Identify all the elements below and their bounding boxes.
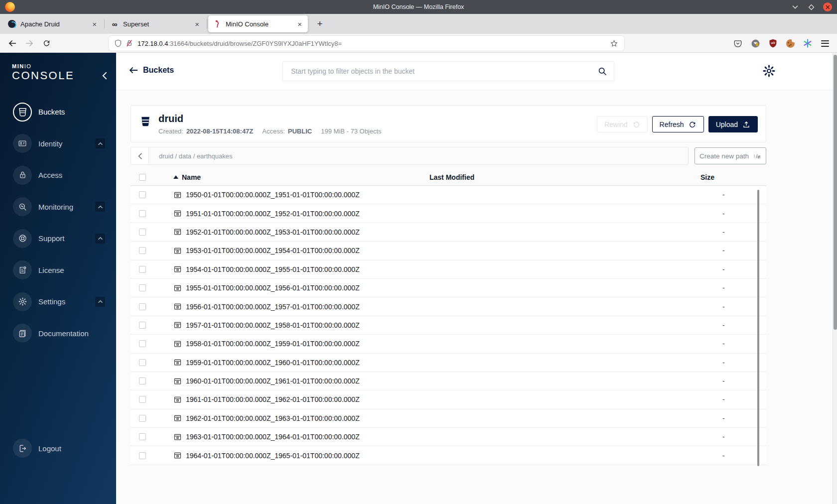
- bookmark-star-icon[interactable]: [607, 39, 620, 48]
- page-scrollbar-thumb[interactable]: [834, 55, 837, 330]
- table-row[interactable]: 1957-01-01T00:00:00.000Z_1958-01-01T00:0…: [131, 316, 766, 335]
- row-checkbox[interactable]: [139, 433, 146, 440]
- row-checkbox[interactable]: [139, 340, 146, 347]
- table-row[interactable]: 1954-01-01T00:00:00.000Z_1955-01-01T00:0…: [131, 260, 766, 279]
- row-checkbox[interactable]: [139, 247, 146, 254]
- table-row[interactable]: 1951-01-01T00:00:00.000Z_1952-01-01T00:0…: [131, 204, 766, 223]
- object-name[interactable]: 1959-01-01T00:00:00.000Z_1960-01-01T00:0…: [186, 359, 360, 367]
- table-scrollbar[interactable]: [757, 190, 759, 466]
- ublock-icon[interactable]: uO: [768, 38, 778, 48]
- chevron-up-icon[interactable]: [95, 138, 105, 148]
- table-row[interactable]: 1960-01-01T00:00:00.000Z_1961-01-01T00:0…: [131, 372, 766, 390]
- row-checkbox[interactable]: [139, 303, 146, 310]
- object-name[interactable]: 1956-01-01T00:00:00.000Z_1957-01-01T00:0…: [186, 303, 360, 311]
- table-row[interactable]: 1950-01-01T00:00:00.000Z_1951-01-01T00:0…: [131, 186, 766, 204]
- row-checkbox[interactable]: [139, 229, 146, 236]
- chevron-up-icon[interactable]: [95, 202, 105, 212]
- sidebar-collapse-icon[interactable]: [102, 72, 107, 80]
- object-name[interactable]: 1964-01-01T00:00:00.000Z_1965-01-01T00:0…: [186, 452, 360, 460]
- column-header-name[interactable]: Name: [182, 173, 201, 181]
- upload-button[interactable]: Upload: [708, 116, 758, 132]
- object-name[interactable]: 1957-01-01T00:00:00.000Z_1958-01-01T00:0…: [186, 321, 360, 329]
- tab-close-icon[interactable]: ×: [90, 20, 99, 28]
- sidebar-item-settings[interactable]: Settings: [0, 286, 116, 318]
- object-name[interactable]: 1950-01-01T00:00:00.000Z_1951-01-01T00:0…: [186, 191, 360, 199]
- sort-ascending-icon[interactable]: [173, 175, 178, 179]
- filter-objects-input[interactable]: [282, 61, 614, 81]
- settings-gear-icon[interactable]: [762, 64, 776, 78]
- object-name[interactable]: 1961-01-01T00:00:00.000Z_1962-01-01T00:0…: [186, 395, 360, 403]
- column-header-size[interactable]: Size: [700, 173, 766, 181]
- cookie-icon[interactable]: [785, 38, 795, 48]
- new-tab-button[interactable]: +: [313, 17, 327, 31]
- chevron-up-icon[interactable]: [95, 234, 105, 244]
- sidebar-item-license[interactable]: License: [0, 254, 116, 286]
- table-row[interactable]: 1955-01-01T00:00:00.000Z_1956-01-01T00:0…: [131, 279, 766, 297]
- row-checkbox[interactable]: [139, 396, 146, 403]
- object-name[interactable]: 1954-01-01T00:00:00.000Z_1955-01-01T00:0…: [186, 265, 360, 273]
- forward-icon[interactable]: [22, 36, 37, 50]
- row-checkbox[interactable]: [139, 359, 146, 366]
- extension-asterisk-icon[interactable]: [803, 38, 813, 48]
- tab-apache-druid[interactable]: Apache Druid ×: [3, 15, 103, 32]
- tab-minio-console[interactable]: MinIO Console ×: [208, 15, 308, 32]
- object-name[interactable]: 1963-01-01T00:00:00.000Z_1964-01-01T00:0…: [186, 433, 360, 441]
- refresh-button[interactable]: Refresh: [652, 116, 704, 132]
- url-bar[interactable]: 172.18.0.4:31664/buckets/druid/browse/ZG…: [109, 36, 624, 51]
- object-name[interactable]: 1960-01-01T00:00:00.000Z_1961-01-01T00:0…: [186, 377, 360, 385]
- object-name[interactable]: 1955-01-01T00:00:00.000Z_1956-01-01T00:0…: [186, 284, 360, 292]
- table-row[interactable]: 1958-01-01T00:00:00.000Z_1959-01-01T00:0…: [131, 335, 766, 353]
- row-checkbox[interactable]: [139, 415, 146, 422]
- sidebar-item-access[interactable]: Access: [0, 159, 116, 191]
- profile-mask-icon[interactable]: [750, 38, 760, 48]
- window-maximize-icon[interactable]: [807, 3, 815, 11]
- reload-icon[interactable]: [39, 36, 54, 50]
- sidebar-item-identity[interactable]: Identity: [0, 128, 116, 160]
- row-checkbox[interactable]: [139, 191, 146, 198]
- table-row[interactable]: 1962-01-01T00:00:00.000Z_1963-01-01T00:0…: [131, 409, 766, 428]
- breadcrumb[interactable]: druid / data / earthquakes: [159, 152, 232, 160]
- tab-superset[interactable]: ∞ Superset ×: [106, 15, 205, 32]
- sidebar-item-monitoring[interactable]: Monitoring: [0, 191, 116, 223]
- page-scrollbar[interactable]: [833, 53, 837, 504]
- object-name[interactable]: 1952-01-01T00:00:00.000Z_1953-01-01T00:0…: [186, 228, 360, 236]
- object-prefix-icon: [173, 414, 182, 422]
- object-name[interactable]: 1951-01-01T00:00:00.000Z_1952-01-01T00:0…: [186, 210, 360, 218]
- row-checkbox[interactable]: [139, 322, 146, 329]
- object-name[interactable]: 1962-01-01T00:00:00.000Z_1963-01-01T00:0…: [186, 414, 360, 422]
- table-row[interactable]: 1961-01-01T00:00:00.000Z_1962-01-01T00:0…: [131, 390, 766, 409]
- chevron-up-icon[interactable]: [95, 297, 105, 307]
- create-new-path-button[interactable]: Create new path: [695, 147, 766, 164]
- table-row[interactable]: 1963-01-01T00:00:00.000Z_1964-01-01T00:0…: [131, 428, 766, 446]
- table-row[interactable]: 1953-01-01T00:00:00.000Z_1954-01-01T00:0…: [131, 242, 766, 260]
- row-checkbox[interactable]: [139, 284, 146, 291]
- table-row[interactable]: 1956-01-01T00:00:00.000Z_1957-01-01T00:0…: [131, 297, 766, 316]
- row-checkbox[interactable]: [139, 452, 146, 459]
- window-close-icon[interactable]: [823, 2, 832, 11]
- back-to-buckets-link[interactable]: Buckets: [129, 66, 174, 75]
- shield-icon[interactable]: [113, 39, 124, 47]
- table-row[interactable]: 1964-01-01T00:00:00.000Z_1965-01-01T00:0…: [131, 446, 766, 465]
- table-row[interactable]: 1952-01-01T00:00:00.000Z_1953-01-01T00:0…: [131, 223, 766, 242]
- column-header-last-modified[interactable]: Last Modified: [429, 173, 700, 181]
- sidebar-item-buckets[interactable]: Buckets: [0, 96, 116, 128]
- rewind-button[interactable]: Rewind: [597, 116, 648, 132]
- tab-close-icon[interactable]: ×: [193, 20, 201, 28]
- object-name[interactable]: 1953-01-01T00:00:00.000Z_1954-01-01T00:0…: [186, 247, 360, 254]
- menu-hamburger-icon[interactable]: [820, 38, 830, 48]
- back-icon[interactable]: [5, 36, 20, 50]
- sidebar-item-support[interactable]: Support: [0, 223, 116, 254]
- row-checkbox[interactable]: [139, 266, 146, 273]
- tab-close-icon[interactable]: ×: [295, 20, 304, 28]
- table-row[interactable]: 1959-01-01T00:00:00.000Z_1960-01-01T00:0…: [131, 354, 766, 372]
- object-name[interactable]: 1958-01-01T00:00:00.000Z_1959-01-01T00:0…: [186, 340, 360, 348]
- select-all-checkbox[interactable]: [139, 174, 146, 181]
- row-checkbox[interactable]: [139, 210, 146, 217]
- row-checkbox[interactable]: [139, 378, 146, 384]
- lock-insecure-icon[interactable]: [124, 39, 135, 47]
- sidebar-item-logout[interactable]: Logout: [0, 436, 116, 460]
- sidebar-item-documentation[interactable]: Documentation: [0, 318, 116, 350]
- pocket-icon[interactable]: [733, 38, 743, 48]
- path-back-icon[interactable]: [131, 147, 149, 164]
- window-minimize-icon[interactable]: [791, 3, 799, 11]
